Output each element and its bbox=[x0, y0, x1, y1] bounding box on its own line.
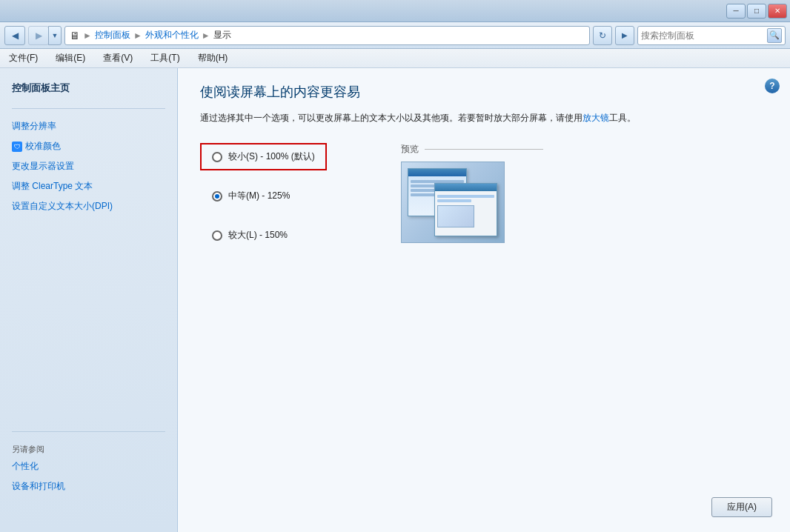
apply-button[interactable]: 应用(A) bbox=[711, 497, 772, 517]
sidebar-item-personalize[interactable]: 个性化 bbox=[0, 456, 177, 476]
menu-tools[interactable]: 工具(T) bbox=[147, 50, 182, 66]
desc-text2: 工具。 bbox=[609, 113, 636, 123]
preview-window1-title bbox=[408, 169, 466, 176]
also-see-title: 另请参阅 bbox=[0, 439, 177, 456]
sidebar-label-cleartype: 调整 ClearType 文本 bbox=[12, 180, 93, 193]
back-button[interactable]: ◀ bbox=[4, 26, 25, 45]
help-icon[interactable]: ? bbox=[765, 79, 780, 93]
apply-section: 应用(A) bbox=[711, 497, 772, 517]
desc-text1: 通过选择其中一个选项，可以更改屏幕上的文本大小以及其他项。若要暂时放大部分屏幕，… bbox=[200, 113, 582, 123]
sidebar-item-custom-dpi[interactable]: 设置自定义文本大小(DPI) bbox=[0, 196, 177, 216]
sidebar-label-calibrate: 校准颜色 bbox=[25, 140, 61, 153]
menu-help[interactable]: 帮助(H) bbox=[195, 50, 231, 66]
radio-section: 较小(S) - 100% (默认) 中等(M) - 125% 较大(L) - 1… bbox=[200, 143, 768, 249]
sidebar-item-calibrate[interactable]: 🛡 校准颜色 bbox=[0, 136, 177, 156]
preview-divider bbox=[425, 149, 543, 150]
radio-option-large[interactable]: 较大(L) - 150% bbox=[200, 222, 327, 249]
sidebar-label-devices: 设备和打印机 bbox=[12, 480, 65, 493]
sidebar-label-custom-dpi: 设置自定义文本大小(DPI) bbox=[12, 200, 113, 213]
sidebar-divider-top bbox=[12, 108, 165, 109]
sidebar-item-display-settings[interactable]: 更改显示器设置 bbox=[0, 156, 177, 176]
sidebar-label-display-settings: 更改显示器设置 bbox=[12, 160, 74, 173]
radio-option-medium[interactable]: 中等(M) - 125% bbox=[200, 182, 327, 210]
title-bar: ─ □ ✕ bbox=[0, 0, 790, 22]
radio-circle-small bbox=[212, 152, 222, 162]
radio-options: 较小(S) - 100% (默认) 中等(M) - 125% 较大(L) - 1… bbox=[200, 143, 327, 249]
preview-label: 预览 bbox=[401, 143, 419, 156]
breadcrumb-part3: 显示 bbox=[213, 29, 231, 41]
minimize-button[interactable]: ─ bbox=[726, 4, 746, 19]
content-panel: ? 使阅读屏幕上的内容更容易 通过选择其中一个选项，可以更改屏幕上的文本大小以及… bbox=[178, 68, 790, 532]
search-box: 🔍 bbox=[637, 26, 786, 45]
radio-label-large: 较大(L) - 150% bbox=[228, 229, 288, 242]
maximize-button[interactable]: □ bbox=[747, 4, 766, 19]
sidebar-item-cleartype[interactable]: 调整 ClearType 文本 bbox=[0, 176, 177, 196]
title-bar-buttons: ─ □ ✕ bbox=[726, 4, 787, 19]
breadcrumb-home-icon: 🖥 bbox=[70, 30, 80, 41]
preview-window2 bbox=[434, 183, 497, 236]
menu-edit[interactable]: 编辑(E) bbox=[53, 50, 88, 66]
menu-view[interactable]: 查看(V) bbox=[100, 50, 136, 66]
content-description: 通过选择其中一个选项，可以更改屏幕上的文本大小以及其他项。若要暂时放大部分屏幕，… bbox=[200, 111, 704, 125]
search-input[interactable] bbox=[641, 30, 764, 41]
sidebar-label-resolution: 调整分辨率 bbox=[12, 120, 56, 133]
breadcrumb-sep3: ► bbox=[202, 30, 210, 41]
preview-window2-title bbox=[435, 184, 497, 191]
nav-dropdown-button[interactable]: ▼ bbox=[48, 26, 62, 45]
breadcrumb-part2[interactable]: 外观和个性化 bbox=[145, 29, 199, 41]
breadcrumb-bar: 🖥 ► 控制面板 ► 外观和个性化 ► 显示 bbox=[64, 26, 590, 45]
menu-bar: 文件(F) 编辑(E) 查看(V) 工具(T) 帮助(H) bbox=[0, 49, 790, 68]
sidebar-main-link[interactable]: 控制面板主页 bbox=[0, 76, 177, 101]
breadcrumb-sep2: ► bbox=[133, 30, 142, 41]
shield-icon-calibrate: 🛡 bbox=[12, 142, 22, 152]
preview-line5 bbox=[437, 195, 494, 198]
main-area: 控制面板主页 调整分辨率 🛡 校准颜色 更改显示器设置 调整 ClearType… bbox=[0, 68, 790, 532]
radio-label-small: 较小(S) - 100% (默认) bbox=[228, 150, 315, 163]
sidebar-item-devices[interactable]: 设备和打印机 bbox=[0, 476, 177, 496]
refresh-button2[interactable]: ▶ bbox=[615, 26, 634, 45]
content-title: 使阅读屏幕上的内容更容易 bbox=[200, 83, 768, 101]
preview-line6 bbox=[437, 199, 471, 202]
preview-image bbox=[401, 162, 505, 243]
radio-label-medium: 中等(M) - 125% bbox=[228, 190, 290, 202]
preview-area: 预览 bbox=[401, 143, 543, 243]
menu-file[interactable]: 文件(F) bbox=[6, 50, 41, 66]
radio-option-small[interactable]: 较小(S) - 100% (默认) bbox=[200, 143, 327, 170]
sidebar-label-personalize: 个性化 bbox=[12, 460, 39, 473]
radio-circle-medium bbox=[212, 191, 222, 202]
magnifier-link[interactable]: 放大镜 bbox=[582, 113, 609, 123]
search-button[interactable]: 🔍 bbox=[767, 28, 782, 43]
sidebar-divider-bottom bbox=[12, 431, 165, 432]
radio-circle-large bbox=[212, 230, 222, 241]
sidebar-item-resolution[interactable]: 调整分辨率 bbox=[0, 116, 177, 136]
breadcrumb-part1[interactable]: 控制面板 bbox=[95, 29, 130, 41]
forward-button[interactable]: ▶ bbox=[28, 26, 49, 45]
breadcrumb-sep1: ► bbox=[83, 30, 92, 41]
sidebar: 控制面板主页 调整分辨率 🛡 校准颜色 更改显示器设置 调整 ClearType… bbox=[0, 68, 178, 532]
close-button[interactable]: ✕ bbox=[768, 4, 787, 19]
refresh-button[interactable]: ↻ bbox=[593, 26, 612, 45]
address-bar: ◀ ▶ ▼ 🖥 ► 控制面板 ► 外观和个性化 ► 显示 ↻ ▶ 🔍 bbox=[0, 22, 790, 49]
